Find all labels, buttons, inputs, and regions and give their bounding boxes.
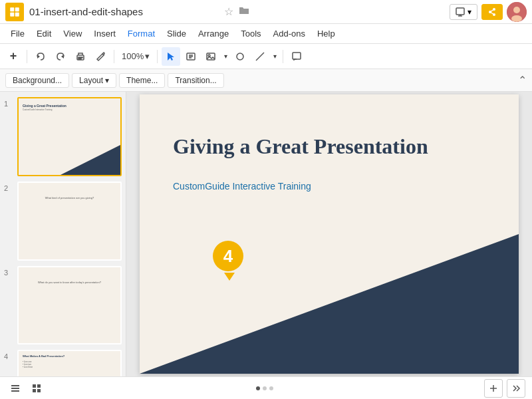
present-dropdown-arrow[interactable]: ▾ bbox=[467, 7, 471, 17]
slide1-thumb-title: Giving a Great Presentation bbox=[23, 104, 66, 108]
menu-addons[interactable]: Add-ons bbox=[268, 26, 311, 41]
svg-rect-33 bbox=[11, 388, 19, 389]
slide-item-1[interactable]: 1 Giving a Great Presentation CustomGuid… bbox=[4, 97, 122, 176]
side-panel-button[interactable] bbox=[507, 379, 525, 398]
layout-button[interactable]: Layout ▾ bbox=[72, 73, 116, 88]
svg-point-27 bbox=[237, 53, 243, 60]
bottom-right-controls bbox=[484, 379, 525, 398]
theme-button[interactable]: Theme... bbox=[119, 73, 165, 88]
slide-num-4: 4 bbox=[4, 352, 13, 360]
slide4-thumb-lines: • Line one• Line two• Line three bbox=[23, 360, 33, 368]
present-button[interactable]: ▾ bbox=[450, 4, 477, 20]
print-button[interactable] bbox=[71, 47, 90, 66]
user-avatar[interactable] bbox=[507, 2, 527, 22]
main-area: 1 Giving a Great Presentation CustomGuid… bbox=[0, 92, 532, 376]
menu-view[interactable]: View bbox=[58, 26, 87, 41]
menu-slide[interactable]: Slide bbox=[162, 26, 192, 41]
svg-rect-38 bbox=[37, 389, 41, 392]
callout-badge[interactable]: 4 bbox=[213, 241, 246, 274]
slide-item-2[interactable]: 2 What kind of presentation are you givi… bbox=[4, 182, 122, 261]
slide-thumb-1[interactable]: Giving a Great Presentation CustomGuide … bbox=[17, 97, 122, 176]
zoom-in-button[interactable] bbox=[484, 379, 503, 398]
redo-button[interactable] bbox=[51, 47, 70, 66]
svg-rect-18 bbox=[78, 57, 82, 58]
list-view-button[interactable] bbox=[7, 380, 24, 397]
menu-arrange[interactable]: Arrange bbox=[193, 26, 234, 41]
svg-rect-35 bbox=[33, 384, 36, 388]
svg-rect-34 bbox=[11, 390, 19, 392]
slide-triangle-shape[interactable] bbox=[140, 234, 519, 374]
svg-rect-32 bbox=[11, 385, 19, 386]
undo-button[interactable] bbox=[31, 47, 50, 66]
callout-pin bbox=[224, 273, 235, 281]
format-bar-collapse-button[interactable]: ⌃ bbox=[518, 74, 527, 86]
toolbar: + 100% ▾ ▾ ▾ bbox=[0, 44, 532, 69]
slide-title[interactable]: Giving a Great Presentation bbox=[173, 134, 428, 159]
main-slide[interactable]: Giving a Great Presentation CustomGuide … bbox=[140, 94, 519, 374]
toolbar-separator-3 bbox=[157, 50, 158, 63]
bottom-bar bbox=[0, 376, 532, 399]
svg-marker-16 bbox=[61, 55, 64, 59]
view-buttons bbox=[7, 380, 45, 397]
svg-rect-19 bbox=[78, 59, 81, 59]
slide2-thumb-text: What kind of presentation are you giving… bbox=[25, 196, 114, 200]
grid-view-button[interactable] bbox=[28, 380, 45, 397]
slides-panel: 1 Giving a Great Presentation CustomGuid… bbox=[0, 92, 126, 376]
svg-rect-4 bbox=[456, 8, 464, 15]
svg-line-11 bbox=[490, 12, 494, 15]
svg-rect-25 bbox=[207, 53, 215, 60]
document-title: 01-insert-and-edit-shapes bbox=[29, 6, 219, 17]
transition-button[interactable]: Transition... bbox=[168, 73, 223, 88]
menu-edit[interactable]: Edit bbox=[31, 26, 57, 41]
svg-marker-15 bbox=[37, 55, 40, 59]
svg-rect-2 bbox=[10, 12, 14, 16]
slide-item-4[interactable]: 4 What Makes A Bad Presentation? • Line … bbox=[4, 350, 122, 376]
slide-thumb-4[interactable]: What Makes A Bad Presentation? • Line on… bbox=[17, 350, 122, 376]
menu-insert[interactable]: Insert bbox=[88, 26, 121, 41]
svg-rect-0 bbox=[10, 7, 14, 11]
toolbar-separator bbox=[27, 50, 27, 63]
paint-format-button[interactable] bbox=[91, 47, 110, 66]
menu-format[interactable]: Format bbox=[122, 26, 160, 41]
line-dropdown[interactable]: ▾ bbox=[271, 47, 279, 66]
star-icon[interactable]: ☆ bbox=[224, 5, 233, 18]
toolbar-separator-2 bbox=[114, 50, 114, 63]
slide-num-1: 1 bbox=[4, 100, 13, 108]
slide-num-2: 2 bbox=[4, 184, 13, 192]
slide4-thumb-title: What Makes A Bad Presentation? bbox=[23, 354, 65, 358]
slide1-thumb-triangle bbox=[61, 145, 120, 175]
slide1-thumb-subtitle: CustomGuide Interactive Training bbox=[23, 108, 53, 111]
select-tool-button[interactable] bbox=[162, 47, 180, 66]
svg-line-28 bbox=[256, 53, 264, 61]
toolbar-separator-4 bbox=[283, 50, 283, 63]
top-right-controls: ▾ bbox=[450, 2, 527, 22]
share-button[interactable] bbox=[481, 4, 503, 20]
slide-subtitle[interactable]: CustomGuide Interactive Training bbox=[173, 181, 311, 192]
slide-thumb-3[interactable]: What do you want to know after today's p… bbox=[17, 266, 122, 345]
callout-number[interactable]: 4 bbox=[213, 241, 243, 271]
image-dropdown[interactable]: ▾ bbox=[221, 47, 229, 66]
menu-tools[interactable]: Tools bbox=[235, 26, 266, 41]
svg-rect-36 bbox=[37, 384, 41, 388]
svg-point-13 bbox=[513, 7, 520, 13]
menu-help[interactable]: Help bbox=[312, 26, 340, 41]
slide-item-3[interactable]: 3 What do you want to know after today's… bbox=[4, 266, 122, 345]
svg-rect-29 bbox=[293, 53, 301, 59]
svg-rect-37 bbox=[33, 389, 36, 392]
background-button[interactable]: Background... bbox=[5, 73, 69, 88]
canvas-area: Giving a Great Presentation CustomGuide … bbox=[126, 92, 532, 376]
folder-icon[interactable] bbox=[239, 6, 249, 18]
svg-line-10 bbox=[490, 9, 494, 12]
comment-button[interactable] bbox=[287, 47, 306, 66]
line-tool-button[interactable] bbox=[251, 47, 269, 66]
image-tool-button[interactable] bbox=[201, 47, 220, 66]
nav-dot-3 bbox=[269, 386, 273, 390]
add-button[interactable]: + bbox=[4, 47, 23, 66]
menu-file[interactable]: File bbox=[5, 26, 30, 41]
textbox-tool-button[interactable] bbox=[182, 47, 200, 66]
slide-thumb-2[interactable]: What kind of presentation are you giving… bbox=[17, 182, 122, 261]
svg-point-14 bbox=[511, 15, 522, 22]
zoom-dropdown[interactable]: 100% ▾ bbox=[118, 49, 153, 63]
slide-num-3: 3 bbox=[4, 269, 13, 277]
shapes-tool-button[interactable] bbox=[231, 47, 249, 66]
